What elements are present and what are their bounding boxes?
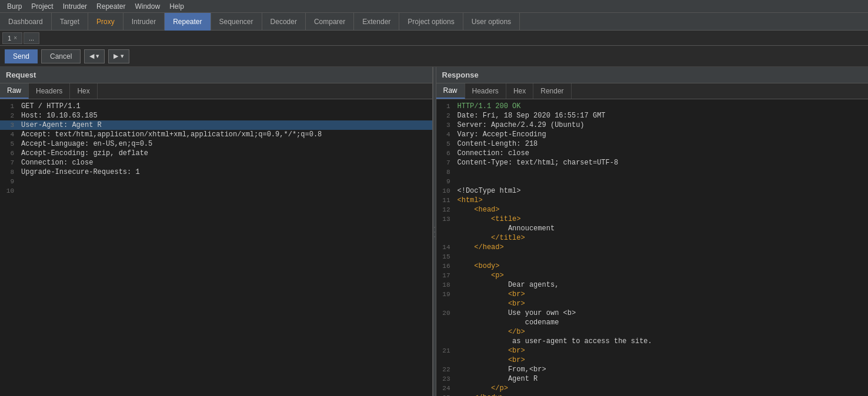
tab-decoder[interactable]: Decoder: [262, 13, 306, 31]
table-row: 2 Host: 10.10.63.185: [0, 111, 432, 120]
menu-repeater[interactable]: Repeater: [92, 1, 130, 12]
tab-user-options[interactable]: User options: [463, 13, 520, 31]
response-tab-headers[interactable]: Headers: [465, 83, 506, 99]
line-num: 4: [0, 130, 19, 139]
request-panel-header: Request: [0, 67, 432, 83]
tab-repeater[interactable]: Repeater: [165, 13, 211, 31]
tab-sequencer[interactable]: Sequencer: [211, 13, 262, 31]
line-content: Accept-Encoding: gzip, deflate: [19, 149, 432, 158]
tab-dashboard[interactable]: Dashboard: [0, 13, 52, 31]
response-code-area[interactable]: 1 HTTP/1.1 200 OK 2 Date: Fri, 18 Sep 20…: [436, 99, 869, 396]
table-row: 15: [436, 252, 869, 261]
table-row: 1 HTTP/1.1 200 OK: [436, 102, 869, 111]
repeater-tab-dots[interactable]: ...: [24, 32, 39, 44]
back-button[interactable]: ◀ ▾: [84, 49, 105, 63]
table-row: 8: [436, 167, 869, 177]
forward-icon: ▶ ▾: [113, 52, 123, 60]
line-content: <html>: [455, 196, 869, 205]
repeater-tab-row: 1 × ...: [0, 31, 868, 46]
table-row: 1 GET / HTTP/1.1: [0, 102, 432, 111]
response-tab-render[interactable]: Render: [533, 83, 571, 99]
line-content: Vary: Accept-Encoding: [455, 130, 869, 139]
line-content: as user-agent to access the site.: [455, 337, 869, 346]
tab-proxy[interactable]: Proxy: [88, 13, 123, 31]
line-num: 6: [436, 149, 455, 158]
tab-extender[interactable]: Extender: [354, 13, 399, 31]
line-num: 11: [436, 196, 455, 205]
line-content: [455, 167, 869, 177]
line-num: [436, 337, 455, 346]
line-content: From,<br>: [455, 365, 869, 374]
request-tab-raw[interactable]: Raw: [0, 83, 29, 99]
response-panel-header: Response: [436, 67, 869, 83]
menu-help[interactable]: Help: [165, 1, 189, 12]
toolbar: Send Cancel ◀ ▾ ▶ ▾: [0, 46, 868, 67]
response-tab-hex[interactable]: Hex: [506, 83, 533, 99]
table-row: <br>: [436, 355, 869, 365]
table-row: 4 Vary: Accept-Encoding: [436, 130, 869, 139]
response-tab-raw[interactable]: Raw: [436, 83, 465, 99]
line-content: </title>: [455, 233, 869, 243]
line-content: codename: [455, 318, 869, 327]
response-sub-tabs: Raw Headers Hex Render: [436, 83, 869, 99]
line-num: 1: [0, 102, 19, 111]
line-content: <p>: [455, 271, 869, 280]
line-num: 8: [0, 167, 19, 177]
table-row: 19 <br>: [436, 290, 869, 299]
line-content: Connection: close: [455, 149, 869, 158]
request-code-area[interactable]: 1 GET / HTTP/1.1 2 Host: 10.10.63.185 3 …: [0, 99, 432, 396]
table-row: 25 </body>: [436, 393, 869, 396]
line-content: <!DocType html>: [455, 186, 869, 196]
table-row: 6 Connection: close: [436, 149, 869, 158]
line-content: [19, 177, 432, 186]
tab-intruder[interactable]: Intruder: [123, 13, 165, 31]
close-tab-1-icon[interactable]: ×: [14, 35, 17, 41]
line-content: </p>: [455, 384, 869, 393]
line-num: 16: [436, 261, 455, 271]
line-num: 23: [436, 374, 455, 384]
line-content: Server: Apache/2.4.29 (Ubuntu): [455, 120, 869, 130]
menu-intruder[interactable]: Intruder: [58, 1, 92, 12]
repeater-tab-1[interactable]: 1 ×: [2, 32, 22, 44]
line-content: <body>: [455, 261, 869, 271]
request-tab-hex[interactable]: Hex: [70, 83, 97, 99]
line-num: 19: [436, 290, 455, 299]
line-num: 15: [436, 252, 455, 261]
forward-button[interactable]: ▶ ▾: [108, 49, 129, 63]
table-row: <br>: [436, 299, 869, 308]
tab-target[interactable]: Target: [52, 13, 88, 31]
line-content: Accept-Language: en-US,en;q=0.5: [19, 139, 432, 149]
request-tab-headers[interactable]: Headers: [29, 83, 70, 99]
table-row: </title>: [436, 233, 869, 243]
line-content: Annoucement: [455, 224, 869, 233]
line-content: Content-Length: 218: [455, 139, 869, 149]
line-content: </head>: [455, 243, 869, 252]
repeater-tab-1-label: 1: [8, 35, 11, 42]
line-num: 3: [436, 120, 455, 130]
line-num: 24: [436, 384, 455, 393]
line-content: [19, 186, 432, 196]
line-content: Upgrade-Insecure-Requests: 1: [19, 167, 432, 177]
send-button[interactable]: Send: [5, 49, 38, 63]
table-row: 6 Accept-Encoding: gzip, deflate: [0, 149, 432, 158]
line-num: [436, 318, 455, 327]
menu-project[interactable]: Project: [26, 1, 58, 12]
line-num: 5: [0, 139, 19, 149]
table-row: 4 Accept: text/html,application/xhtml+xm…: [0, 130, 432, 139]
table-row: 7 Content-Type: text/html; charset=UTF-8: [436, 158, 869, 167]
table-row: 24 </p>: [436, 384, 869, 393]
table-row: 21 <br>: [436, 346, 869, 355]
table-row: 3 Server: Apache/2.4.29 (Ubuntu): [436, 120, 869, 130]
line-num: 13: [436, 214, 455, 224]
main-content: Request Raw Headers Hex 1 GET / HTTP/1.1…: [0, 67, 868, 396]
table-row: 18 Dear agents,: [436, 280, 869, 290]
menu-window[interactable]: Window: [130, 1, 165, 12]
tab-project-options[interactable]: Project options: [399, 13, 463, 31]
menu-burp[interactable]: Burp: [2, 1, 26, 12]
line-num: [436, 299, 455, 308]
line-num: [436, 224, 455, 233]
cancel-button[interactable]: Cancel: [41, 49, 81, 63]
line-content: <head>: [455, 205, 869, 214]
line-content: <title>: [455, 214, 869, 224]
tab-comparer[interactable]: Comparer: [306, 13, 354, 31]
